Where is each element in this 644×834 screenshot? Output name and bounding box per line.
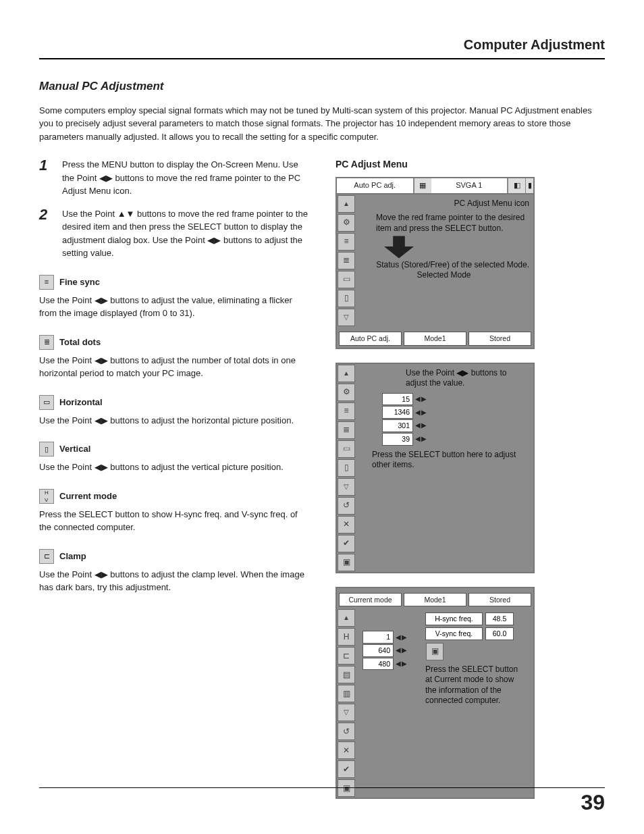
menu-panel-1: Auto PC adj. ▦ SVGA 1 ◧ ▮ ▲ ⚙ ≡ ≣ ▭ ▯ ▽ …: [336, 177, 535, 349]
value-row: 1346 ◀▶: [382, 406, 529, 419]
value-row: 640 ◀▶: [363, 644, 408, 657]
horizontal-value: 301: [382, 419, 413, 432]
totaldots-icon: ≣: [338, 421, 355, 439]
status-autopc: Auto PC adj.: [339, 332, 402, 346]
panel3-sidebar: ▲ H ⊏ ▤ ▥ ▽ ↺ ✕ ✔ ▣: [337, 608, 354, 798]
item-title: Horizontal: [59, 396, 103, 409]
menu-top-row: Auto PC adj. ▦ SVGA 1 ◧ ▮: [337, 178, 533, 194]
display-area-h-icon: ▤: [338, 666, 355, 683]
clamp-icon: ⊏: [338, 647, 355, 664]
horizontal-icon: ▭: [338, 271, 355, 288]
footer-rule: [39, 787, 605, 788]
scroll-down-icon: ▽: [338, 309, 355, 326]
finesync-icon: ≡: [338, 233, 355, 251]
step-text: Press the MENU button to display the On-…: [62, 158, 308, 198]
menu-panel-2: ▲ ⚙ ≡ ≣ ▭ ▯ ▽ ↺ ✕ ✔ ▣ Use the Point ◀▶ b…: [336, 363, 535, 573]
currentmode-icon: H: [338, 628, 355, 646]
step-number: 2: [39, 207, 53, 260]
autopc-icon: ⚙: [338, 384, 355, 401]
value-row: 301 ◀▶: [382, 419, 529, 432]
vsync-label: V-sync freq.: [425, 627, 483, 640]
left-column: 1 Press the MENU button to display the O…: [39, 158, 308, 812]
item-horizontal-head: ▭ Horizontal: [39, 395, 308, 410]
item-totaldots-head: ≣ Total dots: [39, 335, 308, 350]
vertical-icon: ▯: [338, 459, 355, 477]
quit-icon: ▣: [338, 554, 355, 571]
horizontal-icon: ▭: [39, 395, 54, 410]
value-row: 39 ◀▶: [382, 433, 529, 446]
value-row: 480 ◀▶: [363, 658, 408, 671]
scroll-up-icon: ▲: [338, 195, 355, 213]
lr-arrows-icon: ◀▶: [415, 394, 427, 404]
currentmode-icon: HV: [39, 489, 54, 504]
menu-icon: ◧: [508, 178, 525, 193]
lr-arrows-icon: ◀▶: [396, 659, 408, 669]
vertical-value: 39: [382, 433, 413, 446]
item-title: Current mode: [59, 490, 117, 502]
hsync-label: H-sync freq.: [425, 613, 483, 625]
panel1-sidebar: ▲ ⚙ ≡ ≣ ▭ ▯ ▽: [337, 194, 354, 327]
item-title: Fine sync: [59, 276, 100, 288]
item-body: Use the Point ◀▶ buttons to adjust the v…: [39, 461, 308, 474]
step-text: Use the Point ▲▼ buttons to move the red…: [62, 207, 308, 260]
hsync-value: 48.5: [485, 613, 514, 625]
page-number: 39: [581, 787, 605, 818]
finesync-icon: ≡: [39, 275, 54, 290]
finesync-icon: ≡: [338, 402, 355, 420]
scroll-down-callout: Press the SELECT button here to adjust o…: [372, 450, 529, 471]
clamp-icon: ⊏: [39, 549, 54, 564]
lr-arrows-icon: ◀▶: [415, 421, 427, 430]
status-stored: Stored: [468, 593, 531, 607]
finesync-value: 15: [382, 393, 413, 406]
display-h-value: 640: [363, 644, 394, 657]
menu-panel-3: Current mode Mode1 Stored ▲ H ⊏ ▤ ▥ ▽ ↺ …: [336, 587, 535, 800]
totaldots-icon: ≣: [39, 335, 54, 350]
menu-edge-icon: ▮: [525, 178, 533, 193]
item-body: Press the SELECT button to show H-sync f…: [39, 508, 308, 534]
status-mode: Mode1: [404, 593, 466, 607]
intro-paragraph: Some computers employ special signal for…: [39, 104, 605, 144]
item-body: Use the Point ◀▶ buttons to adjust the c…: [39, 568, 308, 594]
panel2-sidebar: ▲ ⚙ ≡ ≣ ▭ ▯ ▽ ↺ ✕ ✔ ▣: [337, 364, 354, 572]
item-body: Use the Point ◀▶ buttons to adjust the h…: [39, 414, 308, 427]
free-icon: ✕: [338, 516, 355, 533]
vsync-value: 60.0: [485, 627, 514, 640]
status-stored: Stored: [468, 332, 531, 346]
lr-arrows-icon: ◀▶: [415, 434, 427, 444]
scroll-up-icon: ▲: [338, 609, 355, 627]
item-finesync-head: ≡ Fine sync: [39, 275, 308, 290]
item-body: Use the Point ◀▶ buttons to adjust the n…: [39, 354, 308, 380]
quit-icon: ▣: [426, 643, 444, 660]
selected-mode-callout: Selected Mode: [358, 270, 529, 281]
store-icon: ✔: [338, 760, 355, 778]
item-title: Vertical: [59, 443, 90, 455]
free-icon: ✕: [338, 741, 355, 759]
lr-arrows-icon: ◀▶: [396, 633, 408, 642]
panel1-callout: Move the red frame pointer to the desire…: [376, 213, 529, 234]
scroll-down-icon: ▽: [338, 478, 355, 496]
display-v-value: 480: [363, 658, 394, 671]
pc-adjust-icon-callout: PC Adjust Menu icon: [358, 199, 529, 209]
step-2: 2 Use the Point ▲▼ buttons to move the r…: [39, 207, 308, 260]
top-autopc-label: Auto PC adj.: [337, 178, 414, 192]
scroll-down-icon: ▽: [338, 704, 355, 721]
status-callout: Status (Stored/Free) of the selected Mod…: [358, 260, 529, 271]
item-title: Total dots: [59, 336, 101, 348]
status-mode: Mode1: [404, 332, 466, 346]
value-row: 1 ◀▶: [363, 631, 408, 644]
quit-icon: ▣: [338, 779, 355, 797]
item-vertical-head: ▯ Vertical: [39, 442, 308, 457]
vertical-icon: ▯: [338, 290, 355, 307]
scroll-up-icon: ▲: [338, 365, 355, 382]
pc-adjust-icon: ▦: [414, 178, 431, 193]
autopc-icon: ⚙: [338, 214, 355, 232]
svg-marker-0: [384, 236, 414, 258]
big-arrow-down-icon: [384, 236, 414, 259]
item-body: Use the Point ◀▶ buttons to adjust the v…: [39, 294, 308, 320]
item-currentmode-head: HV Current mode: [39, 489, 308, 504]
section-title: Manual PC Adjustment: [39, 78, 605, 95]
page-header: Computer Adjustment: [39, 35, 605, 59]
adjust-callout: Use the Point ◀▶ buttons to adjust the v…: [406, 368, 529, 389]
pc-adjust-menu-heading: PC Adjust Menu: [336, 158, 605, 172]
totaldots-icon: ≣: [338, 252, 355, 269]
